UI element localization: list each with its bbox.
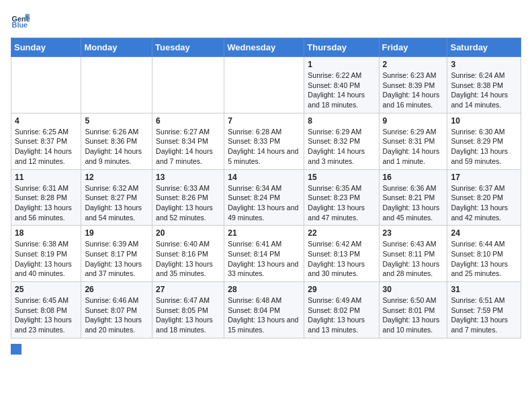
calendar-cell: 5Sunrise: 6:26 AMSunset: 8:36 PMDaylight… (81, 113, 152, 169)
calendar-cell: 6Sunrise: 6:27 AMSunset: 8:34 PMDaylight… (152, 113, 224, 169)
day-info: Sunrise: 6:40 AMSunset: 8:16 PMDaylight:… (156, 239, 220, 279)
day-info: Sunrise: 6:35 AMSunset: 8:23 PMDaylight:… (308, 183, 375, 223)
calendar-week-row: 18Sunrise: 6:38 AMSunset: 8:19 PMDayligh… (11, 226, 521, 282)
day-number: 13 (156, 173, 220, 182)
calendar-cell: 21Sunrise: 6:41 AMSunset: 8:14 PMDayligh… (224, 226, 304, 282)
day-info: Sunrise: 6:34 AMSunset: 8:24 PMDaylight:… (228, 183, 300, 223)
day-info: Sunrise: 6:36 AMSunset: 8:21 PMDaylight:… (383, 183, 444, 223)
calendar-cell: 3Sunrise: 6:24 AMSunset: 8:38 PMDaylight… (447, 57, 521, 113)
header-row: SundayMondayTuesdayWednesdayThursdayFrid… (11, 38, 521, 57)
day-number: 8 (308, 116, 375, 126)
calendar-cell: 30Sunrise: 6:50 AMSunset: 8:01 PMDayligh… (379, 282, 447, 338)
day-number: 30 (383, 285, 444, 294)
day-info: Sunrise: 6:37 AMSunset: 8:20 PMDaylight:… (451, 183, 517, 223)
calendar-week-row: 1Sunrise: 6:22 AMSunset: 8:40 PMDaylight… (11, 57, 521, 113)
calendar-cell: 7Sunrise: 6:28 AMSunset: 8:33 PMDaylight… (224, 113, 304, 169)
calendar-cell: 17Sunrise: 6:37 AMSunset: 8:20 PMDayligh… (447, 169, 521, 226)
day-number: 25 (15, 285, 77, 294)
day-number: 26 (85, 285, 148, 294)
calendar-week-row: 25Sunrise: 6:45 AMSunset: 8:08 PMDayligh… (11, 282, 521, 338)
day-number: 12 (85, 173, 148, 182)
calendar-cell (11, 57, 81, 113)
day-number: 4 (15, 116, 77, 126)
day-number: 27 (156, 285, 220, 294)
calendar-cell: 27Sunrise: 6:47 AMSunset: 8:05 PMDayligh… (152, 282, 224, 338)
day-info: Sunrise: 6:48 AMSunset: 8:04 PMDaylight:… (228, 295, 300, 335)
day-info: Sunrise: 6:41 AMSunset: 8:14 PMDaylight:… (228, 239, 300, 279)
day-number: 31 (451, 285, 517, 294)
calendar-cell: 9Sunrise: 6:29 AMSunset: 8:31 PMDaylight… (379, 113, 447, 169)
calendar-body: 1Sunrise: 6:22 AMSunset: 8:40 PMDaylight… (11, 57, 521, 338)
day-number: 21 (228, 228, 300, 238)
day-info: Sunrise: 6:50 AMSunset: 8:01 PMDaylight:… (383, 295, 444, 335)
logo: General Blue (11, 11, 32, 30)
calendar-table: SundayMondayTuesdayWednesdayThursdayFrid… (11, 38, 521, 338)
day-number: 16 (383, 173, 444, 182)
calendar-cell (152, 57, 224, 113)
header-cell: Sunday (11, 38, 81, 57)
calendar-cell: 18Sunrise: 6:38 AMSunset: 8:19 PMDayligh… (11, 226, 81, 282)
calendar-header: SundayMondayTuesdayWednesdayThursdayFrid… (11, 38, 521, 57)
logo-icon: General Blue (11, 11, 30, 30)
calendar-cell: 14Sunrise: 6:34 AMSunset: 8:24 PMDayligh… (224, 169, 304, 226)
page-header: General Blue (11, 11, 521, 30)
header-cell: Friday (379, 38, 447, 57)
calendar-cell: 23Sunrise: 6:43 AMSunset: 8:11 PMDayligh… (379, 226, 447, 282)
day-number: 18 (15, 228, 77, 238)
day-info: Sunrise: 6:27 AMSunset: 8:34 PMDaylight:… (156, 127, 220, 167)
day-info: Sunrise: 6:32 AMSunset: 8:27 PMDaylight:… (85, 183, 148, 223)
day-number: 6 (156, 116, 220, 126)
day-info: Sunrise: 6:42 AMSunset: 8:13 PMDaylight:… (308, 239, 375, 279)
calendar-cell: 29Sunrise: 6:49 AMSunset: 8:02 PMDayligh… (304, 282, 379, 338)
day-info: Sunrise: 6:31 AMSunset: 8:28 PMDaylight:… (15, 183, 77, 223)
day-number: 23 (383, 228, 444, 238)
calendar-cell: 4Sunrise: 6:25 AMSunset: 8:37 PMDaylight… (11, 113, 81, 169)
day-number: 15 (308, 173, 375, 182)
day-info: Sunrise: 6:47 AMSunset: 8:05 PMDaylight:… (156, 295, 220, 335)
day-number: 2 (383, 60, 444, 69)
calendar-cell: 16Sunrise: 6:36 AMSunset: 8:21 PMDayligh… (379, 169, 447, 226)
calendar-cell: 22Sunrise: 6:42 AMSunset: 8:13 PMDayligh… (304, 226, 379, 282)
header-cell: Saturday (447, 38, 521, 57)
day-info: Sunrise: 6:33 AMSunset: 8:26 PMDaylight:… (156, 183, 220, 223)
day-info: Sunrise: 6:28 AMSunset: 8:33 PMDaylight:… (228, 127, 300, 167)
day-info: Sunrise: 6:45 AMSunset: 8:08 PMDaylight:… (15, 295, 77, 335)
calendar-cell: 25Sunrise: 6:45 AMSunset: 8:08 PMDayligh… (11, 282, 81, 338)
day-number: 14 (228, 173, 300, 182)
calendar-cell: 1Sunrise: 6:22 AMSunset: 8:40 PMDaylight… (304, 57, 379, 113)
day-number: 3 (451, 60, 517, 69)
day-info: Sunrise: 6:26 AMSunset: 8:36 PMDaylight:… (85, 127, 148, 167)
calendar-cell (81, 57, 152, 113)
calendar-cell: 31Sunrise: 6:51 AMSunset: 7:59 PMDayligh… (447, 282, 521, 338)
day-info: Sunrise: 6:39 AMSunset: 8:17 PMDaylight:… (85, 239, 148, 279)
calendar-cell: 20Sunrise: 6:40 AMSunset: 8:16 PMDayligh… (152, 226, 224, 282)
day-info: Sunrise: 6:43 AMSunset: 8:11 PMDaylight:… (383, 239, 444, 279)
calendar-cell: 10Sunrise: 6:30 AMSunset: 8:29 PMDayligh… (447, 113, 521, 169)
day-info: Sunrise: 6:29 AMSunset: 8:32 PMDaylight:… (308, 127, 375, 167)
legend-color-box (11, 344, 21, 355)
day-number: 20 (156, 228, 220, 238)
day-info: Sunrise: 6:25 AMSunset: 8:37 PMDaylight:… (15, 127, 77, 167)
calendar-cell: 2Sunrise: 6:23 AMSunset: 8:39 PMDaylight… (379, 57, 447, 113)
day-number: 22 (308, 228, 375, 238)
legend (11, 344, 521, 355)
calendar-cell: 15Sunrise: 6:35 AMSunset: 8:23 PMDayligh… (304, 169, 379, 226)
day-number: 17 (451, 173, 517, 182)
day-info: Sunrise: 6:49 AMSunset: 8:02 PMDaylight:… (308, 295, 375, 335)
calendar-cell (224, 57, 304, 113)
day-number: 1 (308, 60, 375, 69)
calendar-cell: 19Sunrise: 6:39 AMSunset: 8:17 PMDayligh… (81, 226, 152, 282)
calendar-cell: 11Sunrise: 6:31 AMSunset: 8:28 PMDayligh… (11, 169, 81, 226)
svg-text:Blue: Blue (12, 21, 28, 29)
day-number: 5 (85, 116, 148, 126)
day-info: Sunrise: 6:46 AMSunset: 8:07 PMDaylight:… (85, 295, 148, 335)
header-cell: Monday (81, 38, 152, 57)
day-number: 9 (383, 116, 444, 126)
day-info: Sunrise: 6:23 AMSunset: 8:39 PMDaylight:… (383, 71, 444, 110)
calendar-week-row: 11Sunrise: 6:31 AMSunset: 8:28 PMDayligh… (11, 169, 521, 226)
day-number: 29 (308, 285, 375, 294)
day-number: 10 (451, 116, 517, 126)
calendar-cell: 26Sunrise: 6:46 AMSunset: 8:07 PMDayligh… (81, 282, 152, 338)
day-number: 28 (228, 285, 300, 294)
day-info: Sunrise: 6:44 AMSunset: 8:10 PMDaylight:… (451, 239, 517, 279)
